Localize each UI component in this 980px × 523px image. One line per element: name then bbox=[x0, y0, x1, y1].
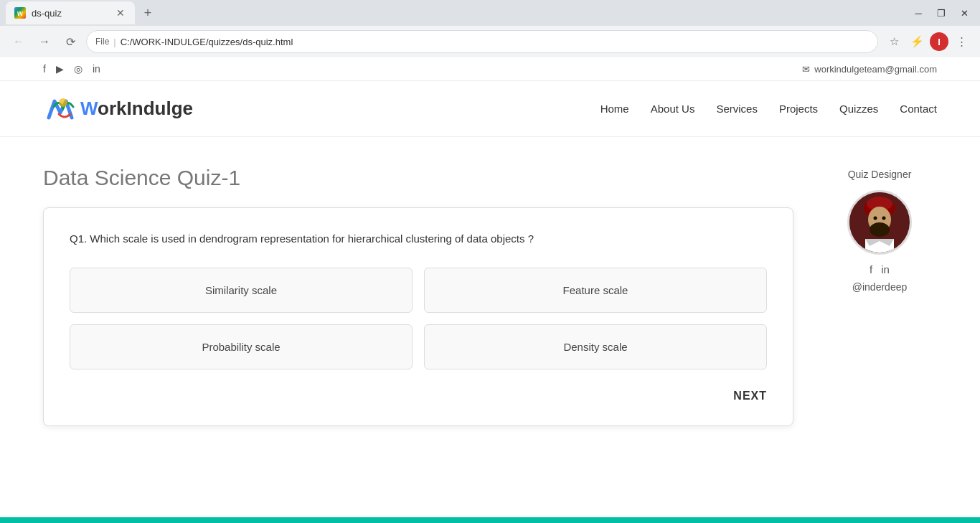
svg-point-6 bbox=[874, 217, 877, 220]
close-button[interactable]: ✕ bbox=[954, 3, 974, 23]
logo-text: WorkIndulge bbox=[80, 98, 193, 120]
designer-handle: @inderdeep bbox=[852, 281, 908, 293]
designer-linkedin-icon[interactable]: in bbox=[881, 263, 890, 275]
maximize-button[interactable]: ❐ bbox=[931, 3, 951, 23]
profile-button[interactable]: I bbox=[930, 32, 948, 51]
nav-home[interactable]: Home bbox=[600, 103, 629, 115]
quiz-designer-sidebar: Quiz Designer bbox=[822, 166, 937, 426]
email-icon: ✉ bbox=[802, 64, 810, 75]
next-button[interactable]: NEXT bbox=[733, 390, 767, 402]
forward-button[interactable]: → bbox=[34, 32, 55, 52]
social-icons: f ▶ ◎ in bbox=[43, 63, 100, 75]
designer-facebook-icon[interactable]: f bbox=[870, 263, 872, 275]
top-bar: f ▶ ◎ in ✉ workindulgeteam@gmail.com bbox=[0, 57, 980, 81]
nav-about[interactable]: About Us bbox=[651, 103, 695, 115]
linkedin-icon[interactable]: in bbox=[93, 63, 100, 75]
options-grid: Similarity scale Feature scale Probabili… bbox=[70, 268, 767, 369]
nav-projects[interactable]: Projects bbox=[779, 103, 818, 115]
nav-links: Home About Us Services Projects Quizzes … bbox=[600, 103, 937, 115]
browser-tab[interactable]: w ds-quiz ✕ bbox=[6, 1, 135, 24]
logo[interactable]: WorkIndulge bbox=[43, 93, 193, 125]
quiz-designer-label: Quiz Designer bbox=[848, 169, 912, 180]
designer-social-links: f in bbox=[870, 263, 890, 275]
url-path: C:/WORK-INDULGE/quizzes/ds-quiz.html bbox=[121, 37, 293, 47]
contact-email: ✉ workindulgeteam@gmail.com bbox=[802, 64, 937, 75]
tab-close-button[interactable]: ✕ bbox=[115, 7, 126, 19]
nav-quizzes[interactable]: Quizzes bbox=[839, 103, 878, 115]
instagram-icon[interactable]: ◎ bbox=[74, 63, 83, 75]
option-density-scale[interactable]: Density scale bbox=[424, 324, 767, 369]
extensions-button[interactable]: ⚡ bbox=[907, 32, 927, 52]
nav-services[interactable]: Services bbox=[716, 103, 758, 115]
option-feature-scale[interactable]: Feature scale bbox=[424, 268, 767, 313]
quiz-card: Q1. Which scale is used in dendrogram re… bbox=[43, 207, 793, 426]
email-text: workindulgeteam@gmail.com bbox=[814, 64, 937, 75]
option-probability-scale[interactable]: Probability scale bbox=[70, 324, 413, 369]
url-protocol: File bbox=[95, 37, 109, 47]
minimize-button[interactable]: ─ bbox=[908, 3, 928, 23]
reload-button[interactable]: ⟳ bbox=[60, 32, 80, 52]
navbar: WorkIndulge Home About Us Services Proje… bbox=[0, 81, 980, 137]
question-text: Q1. Which scale is used in dendrogram re… bbox=[70, 231, 767, 248]
menu-button[interactable]: ⋮ bbox=[951, 32, 971, 52]
new-tab-button[interactable]: + bbox=[138, 3, 158, 23]
tab-favicon: w bbox=[14, 7, 26, 19]
next-btn-row: NEXT bbox=[70, 390, 767, 402]
url-bar[interactable]: File | C:/WORK-INDULGE/quizzes/ds-quiz.h… bbox=[86, 30, 878, 53]
tab-title: ds-quiz bbox=[32, 8, 62, 19]
svg-point-7 bbox=[882, 217, 886, 220]
svg-point-0 bbox=[59, 98, 67, 107]
quiz-title: Data Science Quiz-1 bbox=[43, 166, 793, 190]
youtube-icon[interactable]: ▶ bbox=[56, 63, 64, 75]
quiz-section: Data Science Quiz-1 Q1. Which scale is u… bbox=[43, 166, 793, 426]
svg-point-5 bbox=[870, 222, 890, 237]
designer-avatar bbox=[847, 190, 912, 255]
facebook-icon[interactable]: f bbox=[43, 63, 46, 75]
nav-contact[interactable]: Contact bbox=[900, 103, 937, 115]
back-button[interactable]: ← bbox=[9, 32, 29, 52]
option-similarity-scale[interactable]: Similarity scale bbox=[70, 268, 413, 313]
main-content: Data Science Quiz-1 Q1. Which scale is u… bbox=[0, 137, 980, 455]
bookmark-button[interactable]: ☆ bbox=[884, 32, 904, 52]
